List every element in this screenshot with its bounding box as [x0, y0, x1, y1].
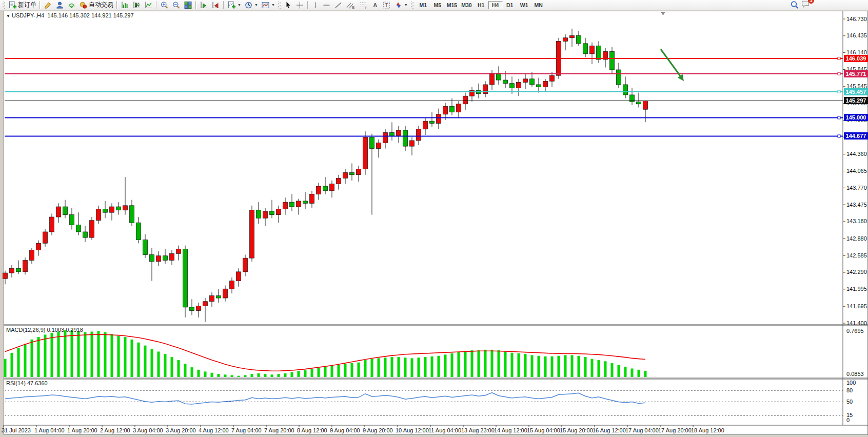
horizontal-line-button[interactable] — [321, 1, 332, 10]
timeframe-mn[interactable]: MN — [531, 1, 546, 9]
time-tick-label: 4 Aug 12:00 — [199, 427, 229, 433]
bar-chart-button[interactable] — [119, 1, 131, 10]
zoom-in-button[interactable] — [159, 1, 170, 10]
toolbar-separator — [223, 1, 224, 9]
zoom-out-icon — [172, 1, 181, 9]
cursor-icon — [284, 1, 292, 9]
tile-windows-button[interactable] — [182, 1, 194, 10]
fibonacci-button[interactable]: F — [357, 1, 370, 10]
price-tick-label: 143.180 — [846, 218, 867, 224]
price-tick-label: 142.585 — [846, 252, 867, 259]
community-button[interactable] — [54, 1, 66, 10]
text-button[interactable]: A — [370, 1, 381, 10]
current-price-badge: 145.297 — [844, 97, 868, 104]
svg-text:A: A — [373, 2, 377, 8]
time-tick-label: 31 Jul 2023 — [2, 427, 31, 433]
chart-window[interactable] — [4, 11, 868, 435]
search-button[interactable] — [788, 1, 801, 10]
crosshair-icon — [295, 1, 304, 9]
notification-badge: 1 — [808, 0, 814, 4]
channel-icon: E — [346, 1, 356, 9]
collapse-triangle-icon[interactable]: ▼ — [6, 14, 10, 18]
text-label-icon: T — [382, 1, 391, 9]
new-order-label: 新订单 — [18, 1, 36, 9]
ohlc-values: 145.146 145.302 144.921 145.297 — [47, 12, 133, 18]
price-tick-label: 143.770 — [846, 185, 867, 191]
hline-price-badge: 145.000 — [844, 114, 868, 121]
time-tick-label: 11 Aug 04:00 — [428, 427, 461, 433]
time-tick-label: 15 Aug 20:00 — [560, 427, 593, 433]
auto-trading-button[interactable]: 自动交易 — [77, 1, 115, 10]
price-tick-label: 141.400 — [846, 320, 867, 326]
signals-button[interactable] — [66, 1, 77, 10]
time-tick-label: 3 Aug 04:00 — [133, 427, 163, 433]
price-tick-label: 142.290 — [846, 269, 867, 275]
rsi-label: RSI(14) 47.6360 — [6, 380, 48, 386]
text-label-button[interactable]: T — [381, 1, 392, 10]
timeframe-m30[interactable]: M30 — [459, 1, 474, 9]
time-tick-label: 13 Aug 23:00 — [461, 427, 495, 433]
toolbar-grip[interactable] — [3, 2, 5, 9]
hline-price-badge: 145.771 — [844, 70, 868, 77]
templates-icon — [261, 1, 270, 9]
vertical-line-icon — [311, 1, 319, 9]
arrows-button[interactable]: ▼ — [392, 1, 409, 10]
time-tick-label: 1 Aug 20:00 — [67, 427, 97, 433]
dropdown-caret: ▼ — [404, 3, 408, 7]
crosshair-button[interactable] — [294, 1, 306, 10]
chat-button[interactable]: 1 — [801, 0, 811, 10]
time-tick-label: 3 Aug 20:00 — [166, 427, 196, 433]
timeframe-m1[interactable]: M1 — [416, 1, 430, 9]
time-tick-label: 18 Aug 12:00 — [691, 427, 724, 433]
channel-button[interactable]: E — [344, 1, 357, 10]
timeframe-h1[interactable]: H1 — [474, 1, 488, 9]
trendline-icon — [334, 1, 343, 9]
auto-scroll-button[interactable] — [198, 1, 210, 10]
macd-axis-max: 0.7695 — [846, 328, 864, 334]
timeframe-m15[interactable]: M15 — [445, 1, 459, 9]
periods-button[interactable]: ▼ — [243, 1, 260, 10]
toolbar-separator — [116, 1, 117, 9]
price-tick-label: 146.730 — [846, 16, 867, 22]
chart-shift-icon — [211, 1, 220, 9]
fibonacci-icon: F — [359, 1, 368, 9]
chart-shift-button[interactable] — [210, 1, 222, 10]
timeframe-toolbar: M1M5M15M30H1H4D1W1MN — [416, 1, 546, 9]
timeframe-w1[interactable]: W1 — [517, 1, 531, 9]
toolbar-grip[interactable] — [278, 2, 281, 9]
zoom-in-icon — [160, 1, 169, 9]
chart-title[interactable]: ▼ USDJPY-,H4 145.146 145.302 144.921 145… — [6, 12, 134, 18]
search-icon — [790, 1, 799, 9]
toolbar: 新订单 自动交易 — [0, 0, 868, 10]
toolbar-separator — [195, 1, 196, 9]
vertical-line-button[interactable] — [310, 1, 321, 10]
text-icon: A — [371, 1, 379, 9]
rsi-axis-label: 0 — [846, 417, 850, 423]
time-tick-label: 8 Aug 12:00 — [297, 427, 327, 433]
time-tick-label: 14 Aug 12:00 — [494, 427, 527, 433]
rsi-axis-label: 100 — [846, 380, 856, 386]
line-chart-button[interactable] — [143, 1, 154, 10]
price-tick-label: 144.360 — [846, 151, 867, 157]
timeframe-m5[interactable]: M5 — [430, 1, 445, 9]
line-chart-icon — [144, 1, 153, 9]
crayon-button[interactable] — [42, 1, 54, 10]
auto-scroll-icon — [200, 1, 208, 9]
indicators-button[interactable]: ▼ — [226, 1, 243, 10]
zoom-out-button[interactable] — [170, 1, 182, 10]
new-order-icon — [8, 1, 17, 9]
timeframe-d1[interactable]: D1 — [503, 1, 517, 9]
dropdown-caret: ▼ — [238, 3, 241, 7]
templates-button[interactable]: ▼ — [260, 1, 277, 10]
timeframe-h4[interactable]: H4 — [488, 1, 503, 9]
new-order-button[interactable]: 新订单 — [7, 1, 38, 10]
time-tick-label: 2 Aug 12:00 — [100, 427, 130, 433]
candlestick-button[interactable] — [131, 1, 143, 10]
trendline-button[interactable] — [332, 1, 344, 10]
time-tick-label: 9 Aug 20:00 — [363, 427, 393, 433]
cursor-button[interactable] — [282, 1, 294, 10]
signals-icon — [67, 1, 76, 9]
toolbar-grip[interactable] — [411, 2, 413, 9]
rsi-axis-label: 80 — [846, 387, 853, 393]
svg-text:T: T — [385, 3, 388, 8]
